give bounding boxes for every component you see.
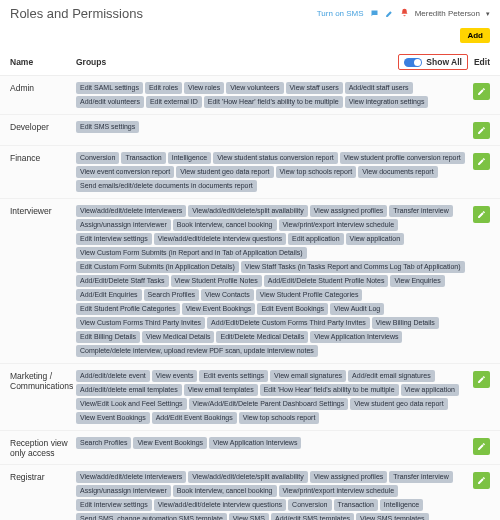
permission-chip[interactable]: Edit roles xyxy=(145,82,182,94)
permission-chip[interactable]: Intelligence xyxy=(380,499,423,511)
permission-chip[interactable]: Assign/unassign interviewer xyxy=(76,485,171,497)
permission-chip[interactable]: View/print/export interview schedule xyxy=(279,485,399,497)
permission-chip[interactable]: View application xyxy=(401,384,459,396)
permission-chip[interactable]: View/add/edit/delete interviewers xyxy=(76,205,186,217)
permission-chip[interactable]: View Billing Details xyxy=(372,317,439,329)
permission-chip[interactable]: Add/Edit Event Bookings xyxy=(152,412,237,424)
permission-chip[interactable]: Conversion xyxy=(288,499,331,511)
permission-chip[interactable]: Add/Edit/Delete Custom Forms Third Party… xyxy=(207,317,370,329)
permission-chip[interactable]: Edit 'How Hear' field's ability to be mu… xyxy=(260,384,399,396)
permission-chip[interactable]: View Application Interviews xyxy=(209,437,301,449)
permission-chip[interactable]: View Medical Details xyxy=(142,331,214,343)
add-button[interactable]: Add xyxy=(460,28,490,43)
permission-chip[interactable]: View Student Profile Notes xyxy=(171,275,262,287)
permission-chip[interactable]: Add/edit/delete event xyxy=(76,370,150,382)
permission-chip[interactable]: Edit SAML settings xyxy=(76,82,143,94)
permission-chip[interactable]: View events xyxy=(152,370,198,382)
permission-chip[interactable]: View Custom Forms Third Party Invites xyxy=(76,317,205,329)
permission-chip[interactable]: Transfer interview xyxy=(389,471,452,483)
permission-chip[interactable]: View Custom Form Submits (in Report and … xyxy=(76,247,307,259)
permission-chip[interactable]: View Application Interviews xyxy=(310,331,402,343)
permission-chip[interactable]: Edit Student Profile Categories xyxy=(76,303,180,315)
permission-chip[interactable]: Book interview, cancel booking xyxy=(173,485,277,497)
permission-chip[interactable]: View/print/export interview schedule xyxy=(279,219,399,231)
permission-chip[interactable]: Edit SMS settings xyxy=(76,121,139,133)
permission-chip[interactable]: View volunteers xyxy=(226,82,283,94)
permission-chip[interactable]: View Contacts xyxy=(201,289,254,301)
permission-chip[interactable]: Add/Edit/Delete Student Profile Notes xyxy=(264,275,389,287)
permission-chip[interactable]: View student geo data report xyxy=(350,398,447,410)
permission-chip[interactable]: View staff users xyxy=(286,82,343,94)
permission-chip[interactable]: View documents report xyxy=(358,166,437,178)
permission-chip[interactable]: Edit interview settings xyxy=(76,233,152,245)
permission-chip[interactable]: Send SMS, change automation SMS template xyxy=(76,513,227,520)
permission-chip[interactable]: Edit 'How Hear' field's ability to be mu… xyxy=(204,96,343,108)
permission-chip[interactable]: View SMS xyxy=(229,513,269,520)
permission-chip[interactable]: View roles xyxy=(184,82,224,94)
permission-chip[interactable]: Book interview, cancel booking xyxy=(173,219,277,231)
permission-chip[interactable]: View assigned profiles xyxy=(310,205,388,217)
edit-role-button[interactable] xyxy=(473,438,490,455)
permission-chip[interactable]: View event conversion report xyxy=(76,166,174,178)
permission-chip[interactable]: View Event Bookings xyxy=(182,303,256,315)
permission-chip[interactable]: View student status conversion report xyxy=(213,152,338,164)
permission-chip[interactable]: Search Profiles xyxy=(144,289,199,301)
edit-role-button[interactable] xyxy=(473,472,490,489)
permission-chip[interactable]: Add/edit volunteers xyxy=(76,96,144,108)
permission-chip[interactable]: View Event Bookings xyxy=(76,412,150,424)
permission-chip[interactable]: View application xyxy=(346,233,404,245)
permission-chip[interactable]: Edit external ID xyxy=(146,96,202,108)
permission-chip[interactable]: View Staff Tasks (in Tasks Report and Co… xyxy=(241,261,465,273)
permission-chip[interactable]: Search Profiles xyxy=(76,437,131,449)
permission-chip[interactable]: View email templates xyxy=(184,384,258,396)
toggle-switch-icon[interactable] xyxy=(404,58,422,67)
permission-chip[interactable]: Intelligence xyxy=(168,152,211,164)
permission-chip[interactable]: View/add/edit/delete/split availability xyxy=(188,205,308,217)
permission-chip[interactable]: View/add/edit/delete interview questions xyxy=(154,233,286,245)
permission-chip[interactable]: View Event Bookings xyxy=(133,437,207,449)
permission-chip[interactable]: View/Add/Edit/Delete Parent Dashboard Se… xyxy=(189,398,349,410)
edit-role-button[interactable] xyxy=(473,122,490,139)
permission-chip[interactable]: Transfer interview xyxy=(389,205,452,217)
permission-chip[interactable]: View Student Profile Categories xyxy=(256,289,363,301)
permission-chip[interactable]: Edit Custom Form Submits (in Application… xyxy=(76,261,239,273)
permission-chip[interactable]: View email signatures xyxy=(270,370,346,382)
permission-chip[interactable]: View/add/edit/delete interview questions xyxy=(154,499,286,511)
permission-chip[interactable]: Edit Event Bookings xyxy=(257,303,328,315)
permission-chip[interactable]: View assigned profiles xyxy=(310,471,388,483)
permission-chip[interactable]: View integration settings xyxy=(345,96,429,108)
permission-chip[interactable]: Complete/delete interview, upload review… xyxy=(76,345,318,357)
permission-chip[interactable]: View student geo data report xyxy=(176,166,273,178)
permission-chip[interactable]: View Enquiries xyxy=(390,275,444,287)
sms-link[interactable]: Turn on SMS xyxy=(317,9,364,18)
permission-chip[interactable]: Edit events settings xyxy=(199,370,268,382)
permission-chip[interactable]: View student profile conversion report xyxy=(340,152,465,164)
permission-chip[interactable]: Edit interview settings xyxy=(76,499,152,511)
permission-chip[interactable]: View/add/edit/delete/split availability xyxy=(188,471,308,483)
permission-chip[interactable]: Add/Edit/Delete Staff Tasks xyxy=(76,275,169,287)
permission-chip[interactable]: Add/edit SMS templates xyxy=(271,513,354,520)
permission-chip[interactable]: Transaction xyxy=(334,499,378,511)
permission-chip[interactable]: Add/edit email signatures xyxy=(348,370,435,382)
permission-chip[interactable]: Edit/Delete Medical Details xyxy=(216,331,308,343)
permission-chip[interactable]: Add/edit/delete email templates xyxy=(76,384,182,396)
edit-role-button[interactable] xyxy=(473,206,490,223)
permission-chip[interactable]: Edit application xyxy=(288,233,343,245)
permission-chip[interactable]: View top schools report xyxy=(239,412,320,424)
permission-chip[interactable]: Add/edit staff users xyxy=(345,82,413,94)
permission-chip[interactable]: Add/Edit Enquiries xyxy=(76,289,142,301)
permission-chip[interactable]: Conversion xyxy=(76,152,119,164)
permission-chip[interactable]: View/add/edit/delete interviewers xyxy=(76,471,186,483)
edit-role-button[interactable] xyxy=(473,371,490,388)
edit-role-button[interactable] xyxy=(473,153,490,170)
permission-chip[interactable]: Edit Billing Details xyxy=(76,331,140,343)
bell-icon[interactable] xyxy=(400,8,409,19)
permission-chip[interactable]: Transaction xyxy=(121,152,165,164)
permission-chip[interactable]: View Audit Log xyxy=(330,303,384,315)
permission-chip[interactable]: View/Edit Look and Feel Settings xyxy=(76,398,187,410)
edit-role-button[interactable] xyxy=(473,83,490,100)
permission-chip[interactable]: Send emails/edit/delete documents in doc… xyxy=(76,180,257,192)
user-name[interactable]: Meredith Peterson xyxy=(415,9,480,18)
permission-chip[interactable]: View SMS templates xyxy=(356,513,428,520)
permission-chip[interactable]: Assign/unassign interviewer xyxy=(76,219,171,231)
